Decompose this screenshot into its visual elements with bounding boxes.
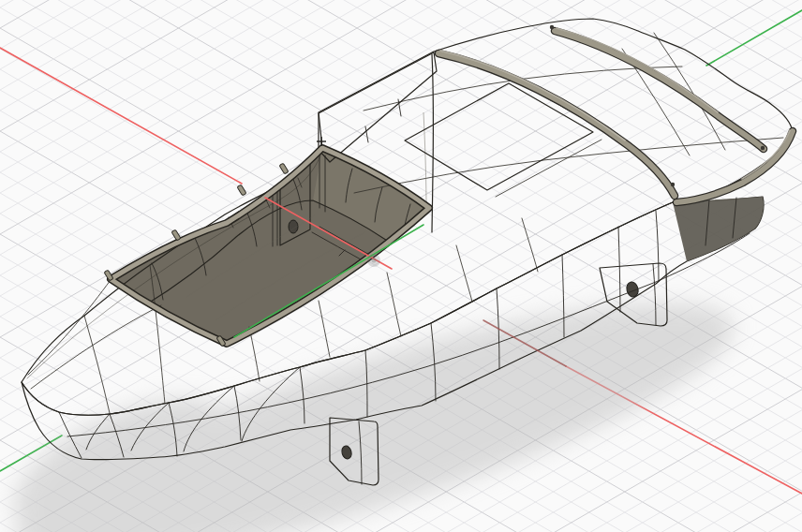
- cad-viewport-canvas[interactable]: [0, 0, 802, 532]
- origin-indicator: [367, 254, 380, 267]
